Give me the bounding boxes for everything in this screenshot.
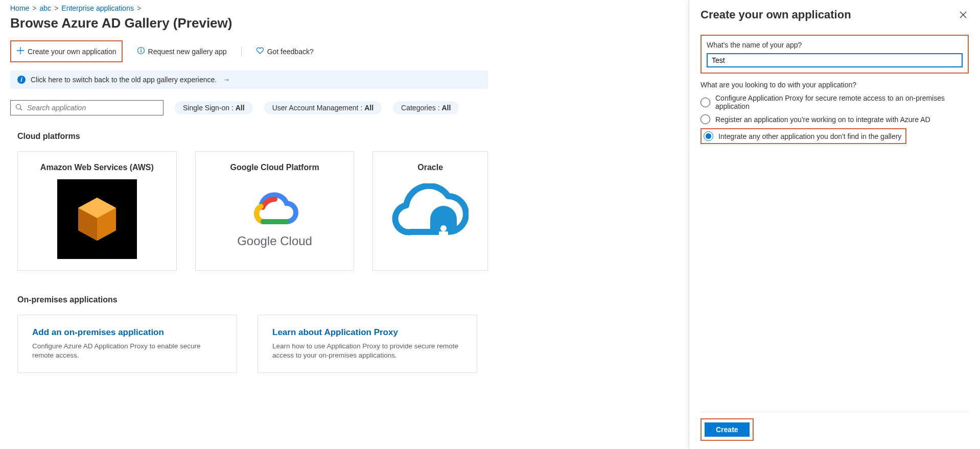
app-name-block: What's the name of your app? xyxy=(701,35,969,74)
panel-title: Create your own application xyxy=(701,8,851,21)
radio-icon xyxy=(701,114,710,124)
svg-rect-2 xyxy=(141,50,141,53)
request-gallery-app-label: Request new gallery app xyxy=(148,48,227,56)
onprem-cards: Add an on-premises application Configure… xyxy=(17,315,488,373)
info-bar[interactable]: i Click here to switch back to the old a… xyxy=(10,70,488,89)
radio-label-integrate: Integrate any other application you don'… xyxy=(718,132,901,140)
radio-option-register[interactable]: Register an application you're working o… xyxy=(701,114,969,124)
app-name-label: What's the name of your app? xyxy=(707,41,963,49)
breadcrumb-abc[interactable]: abc xyxy=(40,4,52,12)
page-title: Browse Azure AD Gallery (Preview) xyxy=(10,15,488,31)
request-gallery-app-button[interactable]: Request new gallery app xyxy=(134,44,230,58)
cloud-platform-cards: Amazon Web Services (AWS) Google Cloud P… xyxy=(17,151,488,271)
breadcrumb-sep: > xyxy=(54,4,58,12)
feedback-label: Got feedback? xyxy=(267,48,314,56)
radio-option-proxy[interactable]: Configure Application Proxy for secure r… xyxy=(701,94,969,110)
app-name-input[interactable] xyxy=(707,53,963,67)
info-icon xyxy=(137,46,145,56)
card-aws[interactable]: Amazon Web Services (AWS) xyxy=(17,151,177,271)
filter-cat-label: Categories : xyxy=(401,104,441,112)
oracle-logo-icon xyxy=(389,178,471,260)
filter-uam-value: All xyxy=(364,104,374,112)
add-onprem-desc: Configure Azure AD Application Proxy to … xyxy=(32,342,222,360)
svg-line-4 xyxy=(20,108,22,110)
info-text: Click here to switch back to the old app… xyxy=(31,76,217,84)
close-icon[interactable] xyxy=(958,8,969,23)
gcp-logo-text: Google Cloud xyxy=(237,234,312,248)
search-icon xyxy=(15,103,23,113)
radio-icon xyxy=(701,98,710,107)
search-box[interactable] xyxy=(10,100,164,115)
onprem-heading: On-premises applications xyxy=(17,295,488,304)
plus-icon xyxy=(16,46,25,56)
learn-proxy-desc: Learn how to use Application Proxy to pr… xyxy=(272,342,462,360)
aws-logo-icon xyxy=(56,178,138,260)
radio-option-integrate[interactable]: Integrate any other application you don'… xyxy=(701,128,969,144)
create-button[interactable]: Create xyxy=(705,422,750,437)
card-oracle[interactable]: Oracle xyxy=(372,151,488,271)
breadcrumb-sep: > xyxy=(32,4,36,12)
filter-cat-value: All xyxy=(441,104,451,112)
card-add-onprem[interactable]: Add an on-premises application Configure… xyxy=(17,315,237,373)
toolbar-divider xyxy=(241,47,242,56)
filter-user-account[interactable]: User Account Management : All xyxy=(264,101,382,114)
filter-sso-value: All xyxy=(236,104,245,112)
add-onprem-title[interactable]: Add an on-premises application xyxy=(32,327,222,338)
search-input[interactable] xyxy=(26,103,159,112)
cloud-platforms-heading: Cloud platforms xyxy=(17,132,488,141)
filter-categories[interactable]: Categories : All xyxy=(393,101,459,114)
svg-point-10 xyxy=(440,225,447,231)
filter-sso-label: Single Sign-on : xyxy=(183,104,236,112)
arrow-right-icon: → xyxy=(223,76,230,84)
learn-proxy-title[interactable]: Learn about Application Proxy xyxy=(272,327,462,338)
card-learn-proxy[interactable]: Learn about Application Proxy Learn how … xyxy=(258,315,477,373)
heart-icon xyxy=(256,46,264,56)
filter-uam-label: User Account Management : xyxy=(272,104,365,112)
svg-point-1 xyxy=(141,49,142,50)
create-own-app-button[interactable]: Create your own application xyxy=(10,40,123,62)
filter-sso[interactable]: Single Sign-on : All xyxy=(175,101,253,114)
create-app-panel: Create your own application What's the n… xyxy=(689,0,980,449)
breadcrumb-enterprise-apps[interactable]: Enterprise applications xyxy=(61,4,134,12)
card-gcp-title: Google Cloud Platform xyxy=(230,163,319,172)
toolbar: Create your own application Request new … xyxy=(10,40,488,62)
filter-row: Single Sign-on : All User Account Manage… xyxy=(10,100,488,115)
radio-icon-checked xyxy=(704,131,713,141)
panel-footer: Create xyxy=(701,412,969,441)
radio-label-proxy: Configure Application Proxy for secure r… xyxy=(715,94,969,110)
card-aws-title: Amazon Web Services (AWS) xyxy=(40,163,154,172)
info-circle-icon: i xyxy=(17,76,26,84)
breadcrumb-home[interactable]: Home xyxy=(10,4,29,12)
gcp-logo-icon: Google Cloud xyxy=(234,178,316,260)
svg-point-3 xyxy=(16,104,21,109)
breadcrumb: Home > abc > Enterprise applications > xyxy=(10,4,488,12)
panel-question: What are you looking to do with your app… xyxy=(701,81,969,89)
card-gcp[interactable]: Google Cloud Platform Google Cloud xyxy=(195,151,355,271)
feedback-button[interactable]: Got feedback? xyxy=(253,44,317,58)
svg-rect-9 xyxy=(439,231,448,239)
breadcrumb-sep: > xyxy=(137,4,141,12)
radio-label-register: Register an application you're working o… xyxy=(715,115,930,124)
create-own-app-label: Create your own application xyxy=(28,48,116,56)
card-oracle-title: Oracle xyxy=(417,163,443,172)
